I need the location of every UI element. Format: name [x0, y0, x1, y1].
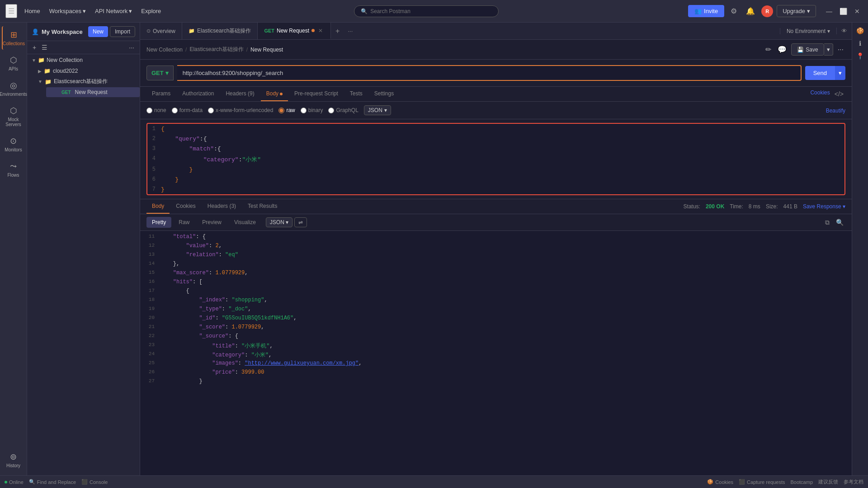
more-request-options[interactable]: ··· [836, 44, 845, 56]
option-graphql[interactable]: GraphQL [328, 107, 358, 113]
folder-elasticsearch[interactable]: ▼ 📁 Elasticsearch基础操作 [33, 76, 140, 87]
tab-params[interactable]: Params [146, 87, 176, 101]
find-replace-label: Find and Replace [37, 479, 76, 485]
option-urlencoded[interactable]: x-www-form-urlencoded [208, 107, 273, 113]
minimize-button[interactable]: — [823, 7, 835, 16]
sidebar-item-monitors[interactable]: ⊙ Monitors [2, 132, 25, 156]
code-snippet-button[interactable]: </> [833, 89, 845, 99]
tab-body[interactable]: Body [261, 87, 288, 101]
capture-requests-button[interactable]: ⬛ Capture requests [739, 479, 785, 485]
save-response-button[interactable]: Save Response ▾ [803, 203, 845, 210]
images-link[interactable]: "http://www.gulixueyuan.com/xm.jpg" [245, 360, 359, 366]
radio-graphql[interactable] [328, 108, 334, 113]
nav-workspaces[interactable]: Workspaces ▾ [46, 6, 90, 16]
console-icon: ⬛ [81, 479, 88, 485]
cookies-bottom-button[interactable]: 🍪 Cookies [707, 479, 733, 485]
tab-elasticsearch[interactable]: 📁 Elasticsearch基础操作 [182, 23, 258, 39]
url-input[interactable] [177, 65, 802, 81]
folder-cloud2022[interactable]: ▶ 📁 cloud2022 [33, 66, 140, 76]
nav-api-network[interactable]: API Network ▾ [91, 6, 136, 16]
radio-binary[interactable] [301, 108, 307, 113]
sidebar-item-flows[interactable]: ⤳ Flows [2, 158, 25, 181]
sidebar-item-environments[interactable]: ◎ Environments [2, 77, 25, 100]
beautify-button[interactable]: Beautify [826, 108, 845, 114]
edit-icon-button[interactable]: ✏ [764, 43, 773, 56]
radio-urlencoded[interactable] [208, 108, 214, 113]
location-icon[interactable]: 📍 [854, 52, 866, 61]
search-response-button[interactable]: 🔍 [834, 218, 845, 227]
sidebar-item-mock-servers[interactable]: ⬡ Mock Servers [2, 102, 25, 131]
copy-response-button[interactable]: ⧉ [823, 218, 831, 227]
tab-settings[interactable]: Settings [369, 87, 399, 101]
radio-none[interactable] [146, 108, 152, 113]
sidebar-item-apis[interactable]: ⬡ APIs [2, 52, 25, 75]
method-select[interactable]: GET ▾ [146, 66, 174, 80]
invite-button[interactable]: 👥 Invite [688, 5, 724, 17]
environment-selector[interactable]: No Environment ▾ [780, 28, 836, 34]
save-dropdown-button[interactable]: ▾ [824, 43, 833, 56]
resp-view-preview[interactable]: Preview [197, 217, 227, 228]
tab-close-button[interactable]: ✕ [317, 27, 324, 34]
breadcrumb-part2[interactable]: Elasticsearch基础操作 [189, 46, 243, 53]
avatar[interactable]: R [761, 5, 773, 17]
save-button[interactable]: 💾 none Save [791, 43, 824, 56]
close-button[interactable]: ✕ [852, 7, 863, 16]
tab-authorization[interactable]: Authorization [177, 87, 219, 101]
option-none[interactable]: none [146, 107, 166, 113]
sort-button[interactable]: ☰ [40, 43, 49, 52]
resp-tab-cookies[interactable]: Cookies [170, 199, 201, 214]
more-options-button[interactable]: ··· [127, 43, 136, 52]
environment-panel-toggle[interactable]: 👁 [836, 28, 852, 34]
folder-icon-es: 📁 [45, 79, 52, 85]
upgrade-button[interactable]: Upgrade ▾ [777, 5, 816, 17]
bootcamp-button[interactable]: Bootcamp [790, 479, 813, 485]
info-icon[interactable]: ℹ [857, 39, 863, 48]
option-binary[interactable]: binary [301, 107, 323, 113]
response-format-selector[interactable]: JSON ▾ [266, 217, 292, 227]
radio-form-data[interactable] [172, 108, 178, 113]
resp-tab-test-results[interactable]: Test Results [242, 199, 283, 214]
collection-new-collection-header[interactable]: ▼ 📁 New Collection [27, 54, 140, 66]
resp-tab-headers[interactable]: Headers (3) [202, 199, 241, 214]
docs-button[interactable]: 参考文档 [844, 479, 863, 485]
nav-explore[interactable]: Explore [137, 6, 165, 16]
bell-icon[interactable]: 🔔 [743, 5, 758, 17]
tab-overview[interactable]: ⊙ Overview [140, 23, 182, 39]
tab-tests[interactable]: Tests [344, 87, 368, 101]
send-dropdown-button[interactable]: ▾ [835, 66, 845, 80]
maximize-button[interactable]: ⬜ [837, 7, 850, 16]
resp-view-pretty[interactable]: Pretty [146, 217, 171, 228]
import-button[interactable]: Import [110, 26, 135, 37]
console-button[interactable]: ⬛ Console [81, 479, 108, 485]
comment-icon-button[interactable]: 💬 [776, 43, 788, 56]
breadcrumb-part1[interactable]: New Collection [146, 47, 183, 53]
cookies-icon[interactable]: 🍪 [854, 26, 866, 35]
send-button[interactable]: Send [805, 66, 835, 80]
tab-headers[interactable]: Headers (9) [220, 87, 259, 101]
option-form-data[interactable]: form-data [172, 107, 203, 113]
add-tab-button[interactable]: + [331, 27, 344, 35]
resp-view-raw[interactable]: Raw [173, 217, 195, 228]
tab-new-request[interactable]: GET New Request ✕ [258, 23, 331, 39]
sidebar-item-history[interactable]: ⊚ History [2, 448, 25, 472]
new-button[interactable]: New [88, 26, 108, 37]
resp-tab-body[interactable]: Body [146, 199, 170, 214]
request-new-request[interactable]: GET New Request [46, 87, 140, 97]
settings-icon[interactable]: ⚙ [728, 5, 740, 17]
option-raw[interactable]: raw [278, 107, 295, 113]
code-editor[interactable]: 1 { 2 "query":{ 3 "match":{ 4 "category"… [146, 123, 845, 195]
sidebar-item-collections[interactable]: ⊞ Collections [2, 26, 25, 50]
nav-home[interactable]: Home [21, 6, 44, 16]
add-collection-button[interactable]: + [31, 43, 38, 52]
cookies-link[interactable]: Cookies [810, 89, 830, 99]
json-format-selector[interactable]: JSON ▾ [364, 105, 391, 115]
menu-icon[interactable]: ☰ [5, 4, 17, 18]
find-replace-button[interactable]: 🔍 Find and Replace [29, 479, 76, 485]
radio-raw[interactable] [278, 108, 284, 113]
tab-pre-request[interactable]: Pre-request Script [289, 87, 344, 101]
filter-response-button[interactable]: ⇌ [294, 217, 307, 227]
resp-view-visualize[interactable]: Visualize [229, 217, 261, 228]
feedback-button[interactable]: 建议反馈 [818, 479, 838, 485]
search-box[interactable]: 🔍 Search Postman [354, 5, 499, 17]
tab-overflow-button[interactable]: ··· [344, 28, 356, 34]
